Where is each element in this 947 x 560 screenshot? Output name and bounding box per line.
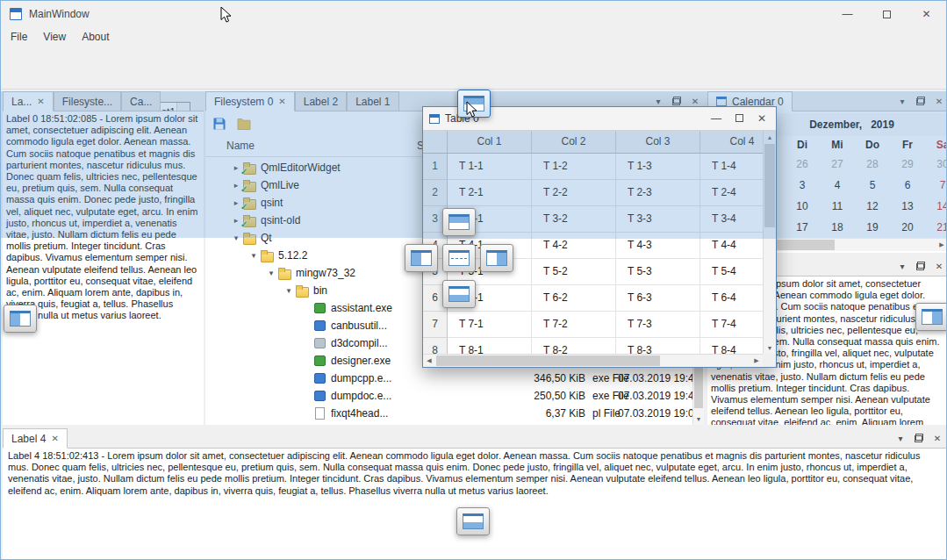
table-cell[interactable]: T 2-4	[700, 180, 763, 206]
calendar-day[interactable]: 12	[855, 196, 890, 217]
scroll-right-icon[interactable]: ▶	[936, 239, 947, 251]
table-cell[interactable]: T 1-1	[448, 154, 532, 180]
drop-indicator-area-center[interactable]	[442, 244, 476, 272]
tree-item-dumpdoc-e[interactable]: dumpdoc.e...250,50 KiBexe File07.03.2019…	[205, 387, 692, 405]
tab-filesyste[interactable]: Filesyste...	[54, 91, 121, 111]
dock-menu-button[interactable]: ▾	[897, 95, 908, 107]
dock-detach-button[interactable]	[915, 95, 926, 107]
table-cell[interactable]: T 5-3	[616, 259, 700, 285]
table-cell[interactable]: T 2-3	[616, 180, 700, 206]
calendar-day[interactable]: 6	[890, 175, 925, 196]
calendar-day[interactable]: 27	[820, 154, 855, 175]
calendar-day[interactable]: 17	[785, 217, 820, 238]
fs-open-folder-button[interactable]	[234, 114, 254, 133]
scroll-down-icon[interactable]: ▼	[764, 341, 776, 354]
calendar-day[interactable]: 3	[785, 175, 820, 196]
scroll-left-icon[interactable]: ◀	[423, 355, 435, 367]
tree-item-dumpcpp-e[interactable]: dumpcpp.e...346,50 KiBexe File07.03.2019…	[205, 370, 692, 387]
calendar-day[interactable]: 5	[855, 175, 890, 196]
table-cell[interactable]: T 4-2	[532, 233, 616, 259]
table-cell[interactable]: T 5-2	[532, 259, 616, 285]
table-row-header[interactable]: 1	[423, 154, 448, 180]
table-cell[interactable]: T 8-1	[448, 338, 532, 354]
table-cell[interactable]: T 4-4	[700, 233, 763, 259]
collapse-arrow-icon[interactable]: ▾	[230, 233, 242, 242]
scrollbar-thumb[interactable]	[436, 355, 660, 366]
dock-menu-button[interactable]: ▾	[653, 95, 664, 107]
maximize-button[interactable]	[735, 112, 743, 125]
titlebar[interactable]: MainWindow — ✕	[1, 1, 946, 27]
table-column-header-col-2[interactable]: Col 2	[532, 131, 616, 154]
drop-indicator-area-top[interactable]	[442, 208, 476, 236]
dock-close-button[interactable]: ✕	[690, 95, 700, 107]
table-row-header[interactable]: 2	[423, 180, 448, 206]
drop-indicator-right-edge[interactable]	[915, 303, 947, 331]
dock-detach-button[interactable]	[671, 95, 682, 107]
table-vertical-scrollbar[interactable]: ▲ ▼	[763, 131, 776, 354]
calendar-day[interactable]: 20	[890, 217, 925, 238]
table-column-header-col-1[interactable]: Col 1	[448, 131, 532, 154]
scroll-up-icon[interactable]: ▲	[764, 131, 776, 143]
calendar-day[interactable]: 13	[890, 196, 925, 217]
table-cell[interactable]: T 8-2	[532, 338, 616, 354]
scroll-right-icon[interactable]: ▶	[750, 355, 763, 367]
drop-indicator-area-left[interactable]	[405, 244, 438, 272]
tab-label-2[interactable]: Label 2	[295, 91, 347, 111]
dock-detach-button[interactable]	[915, 260, 926, 272]
table-cell[interactable]: T 1-2	[532, 154, 616, 180]
dock-detach-button[interactable]	[914, 432, 924, 444]
tab-label-1[interactable]: Label 1	[347, 91, 398, 111]
calendar-day[interactable]: 11	[820, 196, 855, 217]
tab-filesystem-0[interactable]: Filesystem 0✕	[205, 91, 295, 111]
tree-item-fixqt4head[interactable]: fixqt4head...6,37 KiBpl File07.03.2019 1…	[205, 405, 692, 422]
table-cell[interactable]: T 5-4	[700, 259, 763, 285]
calendar-month-button[interactable]: Dezember,	[809, 118, 862, 131]
drop-indicator-left-edge[interactable]	[4, 305, 37, 333]
calendar-day[interactable]: 21	[925, 217, 947, 238]
minimize-button[interactable]: —	[711, 112, 721, 125]
close-button[interactable]: ✕	[757, 112, 766, 125]
table-cell[interactable]: T 3-3	[616, 206, 700, 233]
table-row-header[interactable]: 7	[423, 312, 448, 338]
dock-menu-button[interactable]: ▾	[897, 260, 908, 272]
table-cell[interactable]: T 7-2	[532, 312, 616, 338]
fs-save-button[interactable]	[210, 114, 229, 133]
scrollbar-thumb[interactable]	[764, 144, 775, 227]
menu-view[interactable]: View	[35, 27, 74, 47]
calendar-day[interactable]: 18	[820, 217, 855, 238]
table-cell[interactable]: T 6-2	[532, 285, 616, 312]
scroll-down-icon[interactable]: ▼	[693, 413, 704, 425]
calendar-day[interactable]: 26	[785, 154, 820, 175]
drop-indicator-area-bottom[interactable]	[442, 280, 476, 308]
table-cell[interactable]: T 7-4	[700, 312, 763, 338]
scrollbar-thumb[interactable]	[694, 366, 703, 408]
calendar-day[interactable]: 10	[785, 196, 820, 217]
table-cell[interactable]: T 4-3	[616, 233, 700, 259]
dock-close-button[interactable]: ✕	[934, 95, 944, 107]
table-cell[interactable]: T 1-4	[700, 154, 763, 180]
table-column-header-col-3[interactable]: Col 3	[616, 131, 700, 154]
floating-window-table0[interactable]: Table 0 — ✕ Col 1Col 2Col 3Col 4 1T 1-1T…	[422, 106, 777, 368]
table-cell[interactable]: T 1-3	[616, 154, 700, 180]
table-cell[interactable]: T 6-3	[616, 285, 700, 312]
tab-close-icon[interactable]: ✕	[278, 97, 285, 106]
table-cell[interactable]: T 2-1	[448, 180, 532, 206]
calendar-day[interactable]: 4	[820, 175, 855, 196]
collapse-arrow-icon[interactable]: ▾	[248, 251, 260, 260]
calendar-year-button[interactable]: 2019	[871, 118, 894, 131]
table-row-header[interactable]: 8	[423, 338, 448, 354]
table-cell[interactable]: T 6-4	[700, 285, 763, 312]
menu-about[interactable]: About	[74, 27, 117, 47]
menu-file[interactable]: File	[3, 27, 35, 47]
calendar-day[interactable]: 29	[890, 154, 925, 175]
calendar-day[interactable]: 28	[855, 154, 890, 175]
dock-close-button[interactable]: ✕	[934, 260, 944, 272]
drop-indicator-top-edge[interactable]	[457, 90, 491, 118]
dock-menu-button[interactable]: ▾	[895, 432, 906, 444]
minimize-button[interactable]: —	[828, 1, 867, 27]
table-cell[interactable]: T 8-3	[616, 338, 700, 354]
calendar-day[interactable]: 14	[925, 196, 947, 217]
table-cell[interactable]: T 7-1	[448, 312, 532, 338]
maximize-button[interactable]	[867, 1, 907, 27]
close-button[interactable]: ✕	[907, 1, 946, 27]
